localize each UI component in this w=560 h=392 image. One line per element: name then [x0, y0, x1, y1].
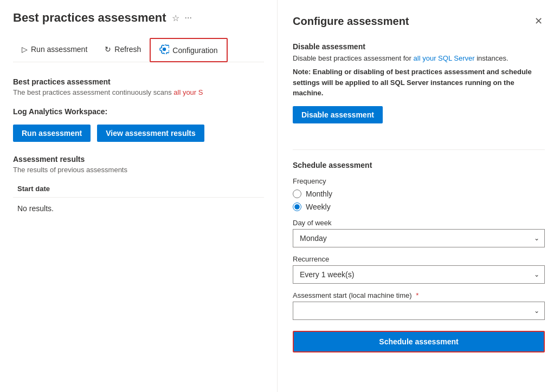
gear-icon	[159, 44, 169, 56]
day-of-week-select-wrapper: Monday Tuesday Wednesday Thursday Friday…	[293, 229, 545, 247]
recurrence-select-wrapper: Every 1 week(s) Every 2 week(s) Every 3 …	[293, 265, 545, 284]
section1-title: Best practices assessment	[13, 77, 264, 86]
schedule-btn-wrapper: Schedule assessment	[293, 331, 545, 352]
disable-title: Disable assessment	[293, 42, 545, 51]
disable-desc: Disable best practices assessment for al…	[293, 54, 545, 62]
monthly-radio[interactable]	[293, 190, 301, 198]
day-of-week-group: Day of week Monday Tuesday Wednesday Thu…	[293, 219, 545, 247]
frequency-radio-group: Monthly Weekly	[293, 190, 545, 211]
refresh-button[interactable]: ↻ Refresh	[96, 40, 150, 60]
monthly-option[interactable]: Monthly	[293, 190, 545, 198]
assessment-start-select[interactable]	[293, 302, 545, 320]
assessment-start-label: Assessment start (local machine time) *	[293, 291, 545, 299]
start-date-header: Start date	[13, 180, 264, 198]
page-title: Best practices assessment	[13, 11, 166, 25]
star-icon[interactable]: ☆	[172, 13, 179, 23]
view-assessment-results-button[interactable]: View assessment results	[97, 125, 204, 142]
note-text: Note: Enabling or disabling of best prac…	[293, 67, 545, 99]
schedule-config-section: Schedule assessment Frequency Monthly We…	[293, 161, 545, 352]
section-divider	[293, 149, 545, 150]
monthly-label: Monthly	[306, 190, 332, 198]
recurrence-select[interactable]: Every 1 week(s) Every 2 week(s) Every 3 …	[293, 265, 545, 284]
page-title-row: Best practices assessment ☆ ···	[13, 11, 264, 25]
panel-title: Configure assessment	[293, 15, 409, 28]
disable-assessment-button[interactable]: Disable assessment	[293, 106, 383, 123]
refresh-icon: ↻	[105, 45, 111, 54]
weekly-label: Weekly	[306, 202, 331, 211]
toolbar: ▷ Run assessment ↻ Refresh Configuration	[13, 38, 264, 62]
left-panel: Best practices assessment ☆ ··· ▷ Run as…	[0, 0, 278, 392]
no-results-row: No results.	[13, 198, 264, 219]
main-button-row: Run assessment View assessment results	[13, 125, 264, 142]
day-of-week-select[interactable]: Monday Tuesday Wednesday Thursday Friday…	[293, 229, 545, 247]
assessment-start-group: Assessment start (local machine time) * …	[293, 291, 545, 320]
schedule-assessment-button[interactable]: Schedule assessment	[293, 331, 545, 352]
schedule-section-title: Schedule assessment	[293, 161, 545, 169]
section1: Best practices assessment The best pract…	[13, 77, 264, 116]
results-desc: The results of previous assessments	[13, 166, 264, 174]
recurrence-group: Recurrence Every 1 week(s) Every 2 week(…	[293, 255, 545, 284]
weekly-radio[interactable]	[293, 202, 301, 211]
disable-section: Disable assessment Disable best practice…	[293, 42, 545, 136]
workspace-label: Log Analytics Workspace:	[13, 107, 264, 116]
play-icon: ▷	[22, 45, 28, 54]
weekly-option[interactable]: Weekly	[293, 202, 545, 211]
run-assessment-button[interactable]: ▷ Run assessment	[13, 40, 96, 60]
required-marker: *	[416, 291, 419, 299]
right-panel: Configure assessment ✕ Disable assessmen…	[278, 0, 560, 392]
assessment-start-select-wrapper: ⌄	[293, 302, 545, 320]
panel-header: Configure assessment ✕	[293, 13, 545, 29]
results-section: Assessment results The results of previo…	[13, 155, 264, 219]
recurrence-label: Recurrence	[293, 255, 545, 263]
more-icon[interactable]: ···	[185, 13, 192, 23]
run-assessment-main-button[interactable]: Run assessment	[13, 125, 91, 142]
section1-desc: The best practices assessment continuous…	[13, 88, 264, 96]
frequency-label: Frequency	[293, 177, 545, 185]
close-button[interactable]: ✕	[532, 13, 545, 29]
day-of-week-label: Day of week	[293, 219, 545, 227]
results-title: Assessment results	[13, 155, 264, 164]
configuration-button[interactable]: Configuration	[150, 38, 227, 62]
